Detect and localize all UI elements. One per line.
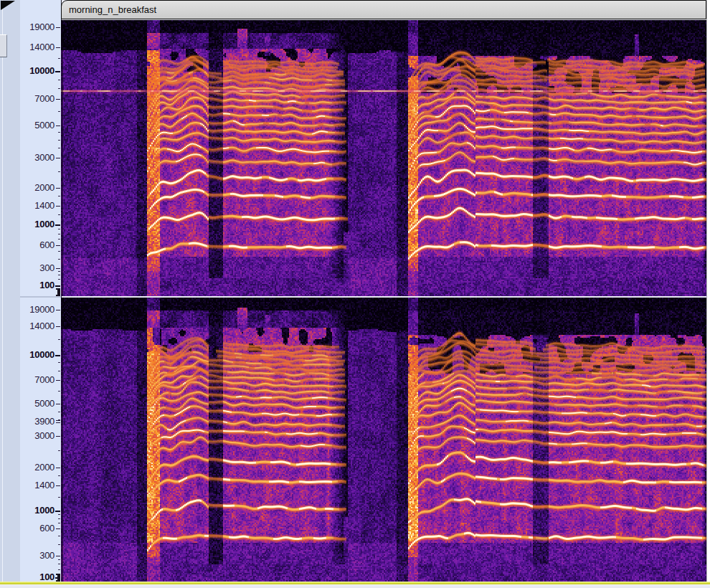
spectrogram-view-channel-2[interactable] [61, 298, 706, 582]
freq-minor-tick [58, 391, 60, 392]
freq-tick-label: 10000 [29, 349, 55, 361]
freq-minor-tick [58, 80, 60, 80]
freq-tick-mark [56, 125, 60, 126]
freq-tick-mark [56, 326, 60, 327]
freq-minor-tick [58, 234, 60, 234]
freq-tick-label: 19000 [29, 22, 55, 33]
freq-minor-tick [58, 536, 60, 536]
freq-tick-label: 600 [39, 523, 55, 534]
axis-end-bracket [56, 574, 60, 582]
freq-tick-label: 14000 [29, 42, 55, 53]
freq-minor-tick [58, 239, 60, 240]
spectrogram-view-channel-1[interactable] [61, 20, 706, 296]
freq-tick-mark [56, 158, 60, 158]
freq-tick-label: 3900 [34, 416, 55, 427]
freq-minor-tick [58, 523, 60, 523]
freq-minor-tick [58, 371, 60, 371]
freq-minor-tick [58, 362, 60, 363]
freq-tick-label: 1000 [34, 219, 55, 230]
selection-tick-mark [56, 422, 60, 423]
freq-tick-mark [56, 206, 60, 207]
freq-tick-label: 2000 [34, 462, 55, 473]
freq-tick-label: 7000 [34, 93, 55, 105]
freq-tick-mark [56, 436, 60, 437]
freq-tick-mark [56, 404, 60, 404]
freq-tick-label: 600 [39, 240, 55, 251]
freq-tick-label: 1400 [34, 480, 55, 491]
freq-minor-tick [58, 518, 60, 519]
freq-tick-mark [56, 556, 60, 556]
freq-tick-label: 100 [39, 280, 55, 291]
freq-tick-label: 5000 [34, 398, 55, 409]
freq-tick-label: 300 [39, 550, 55, 561]
freq-minor-tick [58, 514, 60, 515]
freq-minor-tick [58, 450, 60, 451]
freq-minor-tick [58, 339, 60, 340]
freq-minor-tick [58, 559, 60, 560]
freq-minor-tick [58, 544, 60, 545]
freq-tick-mark [56, 27, 60, 28]
freq-minor-tick [58, 497, 60, 498]
freq-tick-mark [56, 380, 60, 381]
freq-minor-tick [58, 132, 60, 133]
freq-minor-tick [58, 412, 60, 412]
freq-tick-label: 14000 [29, 321, 55, 332]
freq-minor-tick [58, 196, 60, 196]
freq-minor-tick [58, 475, 60, 476]
freq-tick-mark [56, 528, 60, 529]
side-panel-divider [2, 0, 3, 582]
freq-tick-mark [56, 268, 60, 269]
tab-title: morning_n_breakfast [69, 4, 156, 15]
freq-minor-tick [58, 564, 60, 564]
axis-end-bracket [56, 288, 60, 296]
freq-tick-label: 3000 [34, 430, 55, 442]
freq-tick-mark [56, 47, 60, 48]
side-panel-button[interactable] [0, 34, 7, 57]
freq-tick-label: 10000 [29, 65, 55, 77]
freq-tick-label: 1400 [34, 200, 55, 212]
sound-analysis-window: 1900014000100007000500030002000140010006… [0, 0, 710, 588]
freq-tick-label: 300 [39, 262, 55, 274]
freq-axis-panel-1[interactable]: 1900014000100007000500030002000140010006… [20, 20, 61, 296]
side-panel-edge [0, 0, 21, 582]
freq-axis-panel-2[interactable]: 1900014000100007000500039003000200014001… [20, 298, 61, 582]
freq-minor-tick [58, 148, 60, 148]
freq-minor-tick [58, 569, 60, 570]
freq-tick-label: 5000 [34, 120, 55, 131]
freq-minor-tick [58, 279, 60, 280]
freq-tick-mark [55, 224, 60, 226]
freq-minor-tick [58, 111, 60, 112]
freq-tick-mark [55, 285, 60, 287]
freq-tick-mark [55, 511, 60, 512]
freq-tick-mark [56, 245, 60, 246]
freq-tick-mark [56, 310, 60, 310]
freq-tick-mark [56, 188, 60, 189]
freq-tick-mark [55, 355, 60, 356]
freq-tick-mark [55, 71, 60, 72]
freq-minor-tick [58, 419, 60, 420]
freq-minor-tick [58, 58, 60, 59]
freq-tick-mark [56, 485, 60, 486]
freq-minor-tick [58, 140, 60, 141]
freq-tick-label: 1000 [34, 505, 55, 516]
sound-window-tab[interactable]: morning_n_breakfast [61, 0, 706, 19]
freq-tick-mark [56, 468, 60, 468]
freq-minor-tick [58, 229, 60, 229]
freq-tick-label: 2000 [34, 182, 55, 194]
right-window-edge [706, 0, 710, 582]
freq-minor-tick [58, 214, 60, 215]
freq-minor-tick [58, 251, 60, 252]
freq-tick-label: 3000 [34, 152, 55, 163]
window-bottom-edge [0, 584, 710, 588]
freq-minor-tick [58, 171, 60, 172]
frequency-axis-column: 1900014000100007000500030002000140010006… [20, 0, 62, 582]
freq-minor-tick [58, 271, 60, 272]
freq-minor-tick [58, 88, 60, 89]
collapse-triangle-icon[interactable] [1, 1, 15, 10]
freq-minor-tick [58, 275, 60, 275]
freq-minor-tick [58, 259, 60, 260]
freq-tick-mark [56, 99, 60, 100]
freq-tick-label: 7000 [34, 374, 55, 386]
selection-tick-mark [56, 420, 60, 421]
freq-tick-label: 19000 [29, 304, 55, 316]
